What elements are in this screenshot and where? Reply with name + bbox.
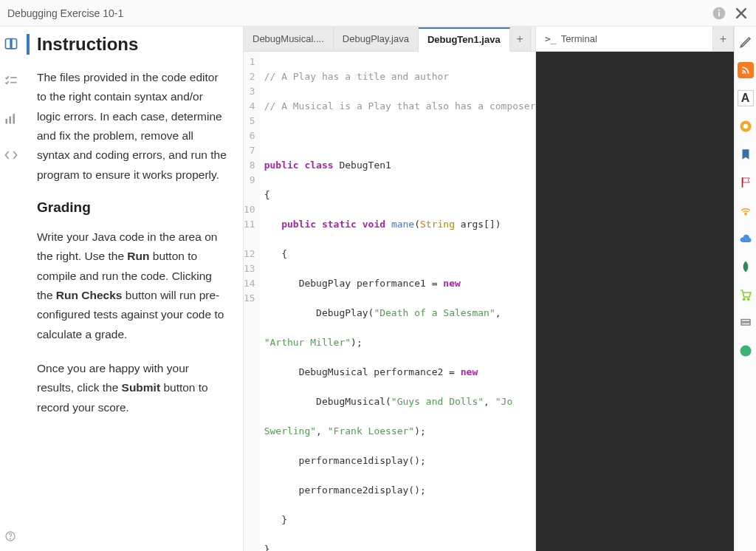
kw: new: [443, 278, 460, 289]
lineno: 8: [244, 158, 255, 173]
lineno: 2: [244, 69, 255, 84]
code-content[interactable]: // A Play has a title and author // A Mu…: [260, 52, 535, 551]
paren: );: [351, 337, 362, 348]
lineno: 6: [244, 129, 255, 143]
svg-rect-17: [741, 320, 750, 322]
circle-orange-icon[interactable]: [738, 118, 754, 134]
line-gutter: 1 2 3 4 5 6 7 8 9 10 11 12 13 14 15: [244, 52, 260, 551]
type: DebugMusical: [316, 396, 385, 407]
kw: static: [322, 219, 357, 230]
type: DebugMusical: [299, 366, 368, 377]
page-title: Debugging Exercise 10-1: [7, 7, 712, 19]
lineno: 13: [244, 261, 255, 276]
lineno: [244, 188, 255, 202]
svg-point-19: [740, 346, 751, 357]
string: "Guys and Dolls": [391, 396, 484, 407]
comma: ,: [316, 425, 328, 437]
comma: ,: [495, 307, 501, 318]
terminal-prompt-icon: >_: [545, 33, 557, 44]
letter-a-icon[interactable]: A: [738, 90, 754, 106]
submit-label: Submit: [122, 381, 161, 394]
instructions-paragraph-3: Once you are happy with your results, cl…: [37, 359, 228, 417]
info-icon[interactable]: [712, 6, 726, 21]
instructions-paragraph-1: The files provided in the code editor to…: [37, 68, 228, 185]
tab-debugten1[interactable]: DebugTen1.java: [419, 27, 510, 52]
svg-point-10: [742, 72, 743, 73]
svg-point-15: [743, 298, 744, 300]
string: Swerling": [264, 425, 316, 437]
wifi-icon[interactable]: [738, 202, 754, 219]
kw: public: [281, 219, 316, 230]
rss-icon[interactable]: [738, 62, 754, 78]
indent: [264, 366, 299, 377]
code-line: performance1display();: [264, 454, 535, 468]
indent: [264, 219, 281, 230]
string: "Arthur Miller": [264, 337, 351, 348]
terminal-label: Terminal: [561, 33, 597, 44]
book-icon[interactable]: [4, 37, 18, 52]
tab-terminal[interactable]: >_ Terminal: [536, 27, 713, 51]
run-label: Run: [127, 250, 149, 262]
code-line: }: [264, 513, 535, 527]
comma: ,: [484, 396, 495, 407]
svg-point-21: [10, 538, 10, 539]
stack-icon[interactable]: [738, 315, 754, 331]
terminal-body[interactable]: [536, 52, 734, 551]
string: "Death of a Salesman": [374, 307, 495, 318]
kw: class: [304, 160, 333, 171]
leaf-green-icon[interactable]: [738, 259, 754, 275]
string: "Jo: [495, 396, 512, 407]
flag-icon[interactable]: [738, 174, 754, 191]
checklist-icon[interactable]: [4, 74, 18, 89]
lineno: 4: [244, 99, 255, 114]
editor-panel: DebugMusical.... DebugPlay.java DebugTen…: [244, 27, 536, 551]
tab-debugplay[interactable]: DebugPlay.java: [334, 27, 419, 51]
terminal-tabs: >_ Terminal +: [536, 27, 734, 52]
code-line: performance2display();: [264, 483, 535, 498]
args: args[]): [455, 219, 501, 230]
svg-rect-8: [10, 117, 12, 124]
close-icon[interactable]: [734, 6, 749, 21]
string: "Frank Loesser": [328, 425, 414, 437]
code-editor[interactable]: 1 2 3 4 5 6 7 8 9 10 11 12 13 14 15 // A…: [244, 52, 535, 551]
lineno: 11: [244, 217, 255, 232]
lineno: 15: [244, 291, 255, 306]
kw: new: [461, 366, 478, 377]
instructions-paragraph-2: Write your Java code in the area on the …: [37, 227, 228, 344]
paren: (: [414, 219, 420, 230]
lineno: 9: [244, 173, 255, 188]
tab-debugmusical[interactable]: DebugMusical....: [244, 27, 334, 51]
type: DebugPlay: [316, 307, 368, 318]
code-line: }: [264, 542, 535, 551]
svg-rect-2: [718, 10, 720, 11]
topbar-actions: [712, 6, 749, 21]
help-icon[interactable]: [4, 530, 16, 545]
green-circle-icon[interactable]: [738, 343, 754, 359]
chart-icon[interactable]: [4, 111, 18, 126]
kw: void: [362, 219, 385, 230]
bookmark-icon[interactable]: [738, 146, 754, 162]
code-icon[interactable]: [4, 148, 18, 162]
svg-point-16: [747, 298, 749, 300]
cloud-icon[interactable]: [738, 230, 754, 247]
method-name: mane: [391, 219, 414, 230]
cart-icon[interactable]: [738, 287, 754, 303]
lineno: 12: [244, 247, 255, 261]
svg-point-12: [743, 124, 748, 129]
var: performance2 =: [368, 366, 461, 377]
terminal-add-button[interactable]: +: [713, 27, 734, 51]
main-area: Instructions The files provided in the c…: [0, 27, 756, 551]
terminal-panel: >_ Terminal +: [536, 27, 734, 551]
indent: [264, 278, 299, 289]
pencil-icon[interactable]: [738, 34, 754, 50]
right-app-rail: A: [734, 27, 756, 551]
indent: [264, 396, 316, 407]
run-checks-label: Run Checks: [56, 289, 123, 301]
tab-add-button[interactable]: +: [510, 27, 531, 51]
lineno: 7: [244, 143, 255, 158]
code-line: [264, 129, 535, 143]
left-tool-rail: [0, 27, 22, 551]
lineno: 3: [244, 84, 255, 99]
lineno: [244, 232, 255, 247]
instructions-panel: Instructions The files provided in the c…: [22, 27, 244, 551]
